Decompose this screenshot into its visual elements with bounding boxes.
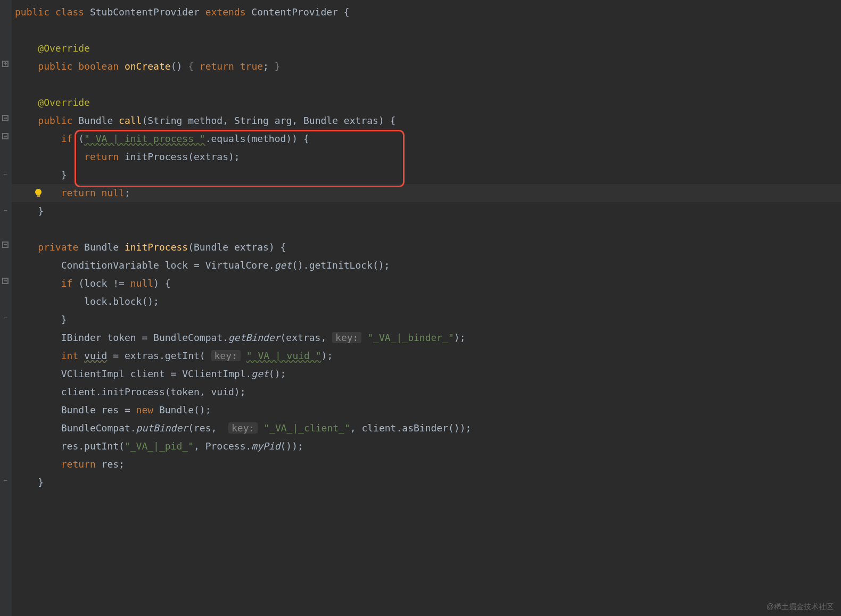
code-line[interactable]: public class StubContentProvider extends… xyxy=(12,3,841,21)
block-end-icon: ⌐ xyxy=(1,314,10,322)
code-line[interactable]: Bundle res = new Bundle(); xyxy=(12,401,841,419)
code-line[interactable]: if ("_VA_|_init_process_".equals(method)… xyxy=(12,130,841,148)
code-line[interactable]: client.initProcess(token, vuid); xyxy=(12,383,841,401)
code-line[interactable] xyxy=(12,21,841,39)
svg-rect-12 xyxy=(37,195,40,197)
fold-icon[interactable] xyxy=(1,242,10,250)
code-line[interactable]: IBinder token = BundleCompat.getBinder(e… xyxy=(12,329,841,347)
code-line[interactable]: @Override xyxy=(12,39,841,57)
code-line[interactable] xyxy=(12,220,841,238)
code-line[interactable]: } xyxy=(12,202,841,220)
code-area[interactable]: public class StubContentProvider extends… xyxy=(12,0,841,616)
block-end-icon: ⌐ xyxy=(1,206,10,215)
code-line[interactable]: @Override xyxy=(12,94,841,112)
svg-point-11 xyxy=(35,189,42,195)
code-line[interactable]: } xyxy=(12,473,841,492)
code-line[interactable]: private Bundle initProcess(Bundle extras… xyxy=(12,238,841,256)
code-line[interactable]: lock.block(); xyxy=(12,293,841,311)
fold-icon[interactable] xyxy=(1,278,10,286)
code-line[interactable]: return initProcess(extras); xyxy=(12,148,841,166)
code-line-current[interactable]: return null; xyxy=(12,184,841,202)
code-line[interactable]: res.putInt("_VA_|_pid_", Process.myPid()… xyxy=(12,437,841,455)
code-line[interactable]: BundleCompat.putBinder(res, key: "_VA_|_… xyxy=(12,419,841,437)
watermark: @稀土掘金技术社区 xyxy=(766,602,834,612)
code-line[interactable]: if (lock != null) { xyxy=(12,274,841,293)
fold-icon[interactable] xyxy=(1,115,10,123)
block-end-icon: ⌐ xyxy=(1,477,10,485)
code-line[interactable]: } xyxy=(12,311,841,329)
fold-icon[interactable] xyxy=(1,133,10,141)
code-line[interactable]: VClientImpl client = VClientImpl.get(); xyxy=(12,365,841,383)
intention-bulb-icon[interactable] xyxy=(33,186,44,197)
code-line[interactable]: return res; xyxy=(12,455,841,473)
code-line[interactable]: int vuid = extras.getInt( key: "_VA_|_vu… xyxy=(12,347,841,365)
code-line[interactable]: ConditionVariable lock = VirtualCore.get… xyxy=(12,256,841,274)
code-line[interactable] xyxy=(12,76,841,94)
fold-expand-icon[interactable] xyxy=(1,61,10,69)
code-editor[interactable]: ⌐ ⌐ ⌐ ⌐ public class StubContentProvider… xyxy=(0,0,841,616)
gutter: ⌐ ⌐ ⌐ ⌐ xyxy=(0,0,12,616)
code-line[interactable]: public boolean onCreate() { return true;… xyxy=(12,57,841,76)
code-line[interactable]: } xyxy=(12,166,841,184)
code-line[interactable]: public Bundle call(String method, String… xyxy=(12,112,841,130)
block-end-icon: ⌐ xyxy=(1,170,10,179)
